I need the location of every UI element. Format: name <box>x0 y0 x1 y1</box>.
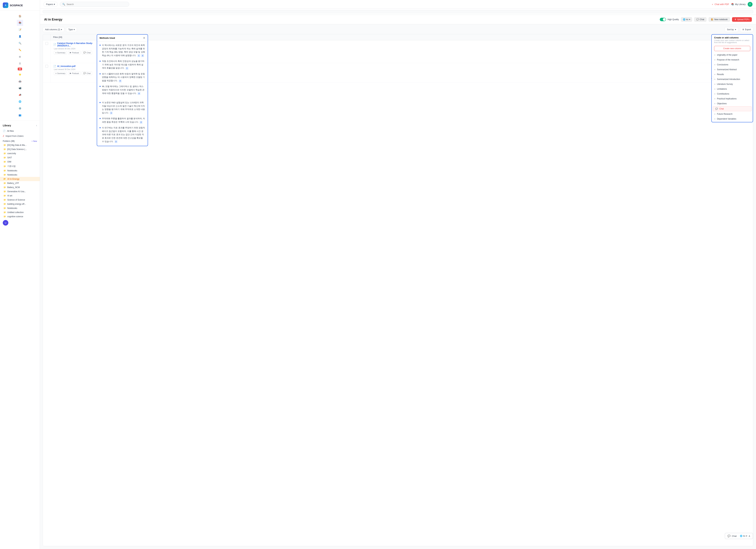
folder-untitled[interactable]: 📁 Untitled collection <box>0 210 40 214</box>
folder-ai-energy[interactable]: 📂 AI in Energy <box>0 177 40 181</box>
papers-dropdown-btn[interactable]: Papers ▾ <box>43 2 58 7</box>
new-folder-btn[interactable]: + New <box>32 140 37 142</box>
language-btn[interactable]: 🌐 ko ▾ <box>681 17 692 22</box>
podcast-btn[interactable]: ▶ Podcast <box>68 51 80 54</box>
ref-badge[interactable]: 1 <box>110 112 113 114</box>
methods-bullet-1: 이 백서에서는 새로운 분자 구조의 제안과 화학 공정의 최적화를 가능하게 … <box>100 44 145 57</box>
folder-basic[interactable]: 📁 기본사업 <box>0 164 40 168</box>
column-option[interactable]: + Purpose of the research <box>712 57 753 62</box>
sort-btn[interactable]: Sort by: ▾ <box>725 27 738 32</box>
ref-badge[interactable]: 1 <box>126 67 128 70</box>
column-option[interactable]: + Limitations <box>712 86 753 91</box>
column-option[interactable]: + Dependent Variables <box>712 116 753 121</box>
nav-grid[interactable]: ⊞ <box>17 54 23 60</box>
sidebar-import-zotero[interactable]: Z Import from Zotero <box>0 133 40 138</box>
folder-battery-lfp[interactable]: 📁 Battery_LFP <box>0 181 40 185</box>
column-option[interactable]: + Summarized Introduction <box>712 77 753 82</box>
summary-btn[interactable]: ≡ Summary <box>54 72 67 75</box>
column-option[interactable]: + Future Research <box>712 112 753 116</box>
bullet-dot <box>100 45 101 46</box>
nav-notes[interactable]: 📝 <box>17 27 23 33</box>
folder-data-science[interactable]: 📁 [01] Data Science (... <box>0 147 40 151</box>
folder-coercivity[interactable]: 📁 coercivity <box>0 151 40 155</box>
nav-community[interactable]: 👥 <box>17 112 23 118</box>
column-option[interactable]: + originality of the paper <box>712 52 753 57</box>
chat-with-pdf-btn[interactable]: ＋ Chat with PDF <box>711 3 729 6</box>
folder-gen-ai[interactable]: 📁 Generative AI Usa... <box>0 189 40 193</box>
add-columns-btn[interactable]: Add columns (2) ▾ <box>43 27 64 32</box>
nav-contacts[interactable]: 👤 <box>17 33 23 39</box>
chat-collapse-btn[interactable]: ∧ <box>749 535 750 537</box>
folder-notebooks1[interactable]: 📁 Notebooks <box>0 168 40 173</box>
collection-search[interactable] <box>43 10 753 13</box>
files-table: Files (24) Summary Chat <box>43 34 753 83</box>
column-option[interactable]: + Practical Implications <box>712 96 753 101</box>
column-option[interactable]: + Conclusions <box>712 62 753 67</box>
nav-announce[interactable]: 📣 <box>17 92 23 98</box>
folder-science[interactable]: 📁 Science of Science <box>0 198 40 202</box>
type-filter-btn[interactable]: Type ▾ <box>66 27 77 32</box>
chat-btn[interactable]: 💬 Chat <box>82 51 92 54</box>
podcast-btn[interactable]: ▶ Podcast <box>68 71 80 75</box>
column-option[interactable]: + Contributions <box>712 91 753 96</box>
column-option[interactable]: + Summarized Abstract <box>712 67 753 72</box>
nav-globe[interactable]: 🌐 <box>17 98 23 105</box>
folder-oim[interactable]: 📁 OIM <box>0 160 40 164</box>
toggle-switch-control[interactable] <box>660 18 666 21</box>
chat-header-btn[interactable]: 💬 Chat <box>694 17 706 22</box>
nav-star[interactable]: ⭐ <box>17 71 23 77</box>
upload-pdfs-btn[interactable]: ⬆ Upload PDFs <box>732 17 752 22</box>
bullet-dot <box>100 61 101 62</box>
ref-badge[interactable]: 3 <box>115 140 117 143</box>
nav-list[interactable]: ☰ <box>17 60 23 67</box>
folder-notebooks3[interactable]: 📁 Notebooks <box>0 206 40 210</box>
folder-icon: 📁 <box>3 203 6 205</box>
export-btn[interactable]: ⬇ Export <box>740 27 753 32</box>
column-option-chat[interactable]: 💬 Chat <box>713 106 752 111</box>
row-checkbox[interactable] <box>45 65 48 68</box>
folder-cognitive[interactable]: 📁 cognitive science <box>0 214 40 218</box>
create-new-column-btn[interactable]: Create new column <box>714 46 750 51</box>
nav-home[interactable]: 🏠 <box>17 13 23 19</box>
library-icon: 📚 <box>731 3 734 6</box>
ref-badge[interactable]: 2 <box>141 54 144 57</box>
nav-pencil[interactable]: ✏️ <box>17 47 23 53</box>
folder-big-data[interactable]: 📁 [02] Big Data & Ma... <box>0 143 40 147</box>
folder-sait[interactable]: 📁 SAIT <box>0 155 40 160</box>
column-option[interactable]: + Literature Survey <box>712 82 753 86</box>
methods-panel-header: Methods Used ✕ <box>97 35 148 42</box>
row-checkbox[interactable] <box>45 42 48 45</box>
ref-badge[interactable]: 2 <box>140 121 142 124</box>
column-option[interactable]: + Independent Variables <box>712 121 753 122</box>
ref-badge[interactable]: 1 <box>137 54 140 57</box>
my-library-btn[interactable]: 📚 My Library <box>731 3 746 6</box>
methods-panel-close-btn[interactable]: ✕ <box>143 36 145 40</box>
bullet-dot <box>100 118 101 119</box>
sidebar-all-files[interactable]: 📄 All files <box>0 128 40 133</box>
chat-btn[interactable]: 💬 Chat <box>82 71 92 75</box>
sidebar-main: Library ‹ 📄 All files Z Import from Zote… <box>0 121 40 549</box>
ref-badge[interactable]: 4 <box>138 92 140 95</box>
nav-search[interactable]: 🔍 <box>17 40 23 46</box>
new-notebook-btn[interactable]: 📔 New notebook <box>709 17 730 22</box>
chat-lang-selector[interactable]: 🌐 ko ▾ <box>738 535 747 537</box>
file-actions: ≡ Summary ▶ Podcast 💬 C <box>53 71 97 75</box>
nav-ai[interactable]: 🤖 <box>17 78 23 84</box>
folder-ai-art[interactable]: 📁 AI art <box>0 193 40 198</box>
search-input[interactable] <box>67 3 127 6</box>
summary-btn[interactable]: ≡ Summary <box>54 51 67 54</box>
collapse-sidebar-btn[interactable]: ‹ <box>36 124 37 127</box>
folder-notebooks2[interactable]: 📁 Notebooks <box>0 173 40 177</box>
bullet-text: 무작위화 주룬을 활용하여 결과를 분석하며, 자세한 품질 측정은 부록에 나… <box>102 117 145 123</box>
user-avatar[interactable]: U <box>3 220 8 225</box>
ref-badge[interactable]: 3 <box>119 80 122 82</box>
folder-building[interactable]: 📁 building energy eff... <box>0 202 40 206</box>
folder-battery-ncm[interactable]: 📁 Battery_NCM <box>0 185 40 189</box>
chat-lang-label: ko <box>743 535 745 537</box>
column-option[interactable]: + Objectives <box>712 101 753 106</box>
column-option[interactable]: + Results <box>712 72 753 77</box>
nav-video[interactable]: 📹 <box>17 85 23 91</box>
nav-library[interactable]: 📚 <box>17 20 23 26</box>
profile-avatar[interactable]: P <box>748 2 753 7</box>
nav-settings[interactable]: ⚙️ <box>17 105 23 111</box>
